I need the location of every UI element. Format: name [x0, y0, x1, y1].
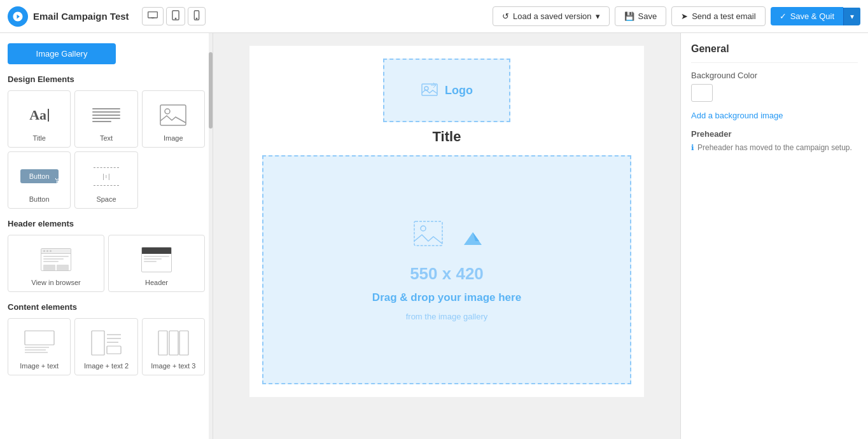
- panel-title: General: [691, 43, 858, 63]
- content3-icon: [154, 326, 192, 359]
- element-button[interactable]: Button 🖱 Button: [8, 151, 71, 209]
- email-canvas: Logo Title: [213, 33, 680, 439]
- svg-rect-0: [148, 12, 157, 18]
- svg-rect-9: [25, 331, 54, 345]
- button-element-icon: Button 🖱: [20, 160, 59, 193]
- history-icon: ↺: [502, 11, 509, 21]
- content-elements-title: Content elements: [8, 302, 205, 312]
- content2-icon: [87, 326, 125, 359]
- space-element-icon: | I |: [87, 160, 125, 193]
- content2-label: Image + text 2: [84, 362, 129, 370]
- svg-point-4: [175, 18, 176, 18]
- desktop-btn[interactable]: [142, 7, 164, 25]
- svg-rect-19: [169, 331, 178, 355]
- svg-rect-23: [414, 221, 442, 246]
- email-title[interactable]: Title: [249, 122, 644, 155]
- save-quit-dropdown-btn[interactable]: ▾: [843, 8, 860, 25]
- svg-point-8: [165, 109, 170, 114]
- test-email-btn[interactable]: ➤ Send a test email: [671, 6, 765, 26]
- image-drop-zone[interactable]: 550 x 420 Drag & drop your image here fr…: [262, 155, 631, 384]
- space-label: Space: [96, 195, 116, 203]
- content1-label: Image + text: [20, 362, 59, 370]
- svg-point-6: [196, 18, 197, 18]
- header-element-icon: [137, 243, 176, 276]
- header-actions: ↺ Load a saved version ▾ 💾 Save ➤ Send a…: [493, 6, 860, 26]
- app-logo: Email Campaign Test: [8, 6, 129, 27]
- button-label: Button: [29, 195, 50, 203]
- scrollbar-track: [209, 33, 213, 439]
- tablet-btn[interactable]: [166, 7, 185, 25]
- drag-text: Drag & drop your image here: [372, 291, 521, 304]
- mobile-btn[interactable]: [188, 7, 206, 25]
- svg-rect-7: [160, 105, 186, 125]
- save-icon: 💾: [624, 11, 634, 21]
- header-elements-grid: View in browser Header: [8, 235, 205, 292]
- content-elements-grid: Image + text Image + text 2: [8, 318, 205, 375]
- header-label: Header: [145, 279, 168, 286]
- svg-rect-18: [158, 331, 167, 355]
- image-size: 550 x 420: [410, 264, 484, 284]
- scrollbar-thumb[interactable]: [209, 52, 213, 129]
- dropdown-icon: ▾: [596, 11, 600, 21]
- save-quit-group: ✓ Save & Quit ▾: [771, 7, 860, 25]
- drag-sub: from the image gallery: [406, 312, 488, 321]
- content1-icon: [20, 326, 59, 359]
- app-header: Email Campaign Test ↺ Load a save: [0, 0, 868, 33]
- view-browser-label: View in browser: [31, 279, 80, 286]
- text-element-icon: [87, 99, 125, 132]
- svg-point-24: [421, 226, 426, 231]
- info-icon: ℹ: [691, 143, 694, 153]
- element-space[interactable]: | I | Space: [74, 151, 137, 209]
- element-view-browser[interactable]: View in browser: [8, 235, 104, 292]
- bg-color-swatch[interactable]: [691, 84, 713, 102]
- content3-label: Image + text 3: [151, 362, 195, 370]
- design-elements-title: Design Elements: [8, 74, 205, 84]
- title-element-icon: Aa: [20, 99, 59, 132]
- image-label: Image: [164, 134, 183, 142]
- svg-rect-20: [179, 331, 188, 355]
- right-panel: General Background Color Add a backgroun…: [680, 33, 868, 439]
- browser-element-icon: [37, 243, 75, 276]
- main-layout: Image Gallery Design Elements Aa Title: [0, 33, 868, 439]
- checkmark-icon: ✓: [780, 11, 787, 21]
- bg-color-label: Background Color: [691, 71, 858, 80]
- preheader-note: ℹ Preheader has moved to the campaign se…: [691, 143, 858, 153]
- add-bg-image-link[interactable]: Add a background image: [691, 111, 858, 120]
- text-label: Text: [100, 134, 113, 142]
- device-buttons: [142, 7, 206, 25]
- logo-placeholder[interactable]: Logo: [383, 59, 510, 122]
- email-container: Logo Title: [249, 46, 644, 397]
- svg-rect-13: [92, 331, 104, 355]
- load-version-btn[interactable]: ↺ Load a saved version ▾: [493, 6, 610, 26]
- save-btn[interactable]: 💾 Save: [615, 6, 667, 26]
- element-content-1[interactable]: Image + text: [8, 318, 71, 375]
- design-elements-grid: Aa Title Text: [8, 90, 205, 209]
- app-title: Email Campaign Test: [33, 11, 129, 22]
- element-text[interactable]: Text: [74, 90, 137, 148]
- sidebar: Image Gallery Design Elements Aa Title: [0, 33, 213, 439]
- logo-icon: [8, 6, 28, 27]
- save-quit-btn[interactable]: ✓ Save & Quit: [771, 7, 843, 25]
- image-gallery-btn[interactable]: Image Gallery: [8, 43, 116, 64]
- element-content-3[interactable]: Image + text 3: [142, 318, 205, 375]
- send-icon: ➤: [681, 11, 688, 21]
- element-content-2[interactable]: Image + text 2: [74, 318, 137, 375]
- element-image[interactable]: Image: [142, 90, 205, 148]
- svg-rect-21: [422, 84, 437, 95]
- header-elements-title: Header elements: [8, 219, 205, 228]
- element-title[interactable]: Aa Title: [8, 90, 71, 148]
- title-label: Title: [32, 134, 45, 142]
- preheader-label: Preheader: [691, 129, 858, 139]
- element-header[interactable]: Header: [108, 235, 205, 292]
- image-element-icon: [154, 99, 192, 132]
- svg-rect-17: [107, 346, 121, 354]
